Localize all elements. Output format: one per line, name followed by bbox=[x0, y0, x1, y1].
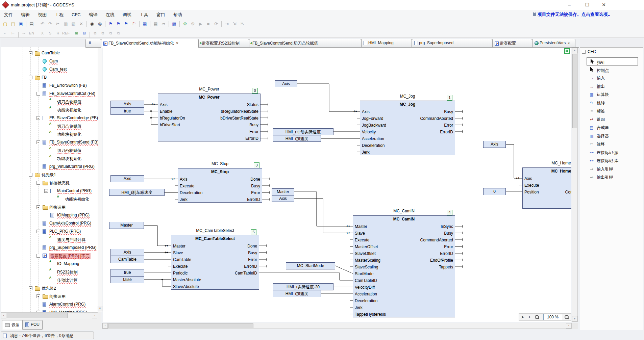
scroll-up-icon[interactable]: ∧ bbox=[572, 48, 577, 53]
edit-object-icon[interactable]: ▱ bbox=[160, 20, 167, 27]
step-out-icon[interactable]: ⇱ bbox=[239, 20, 246, 27]
scrollbar-thumb[interactable] bbox=[108, 323, 253, 328]
scroll-right-icon[interactable]: › bbox=[566, 323, 571, 329]
tree-item[interactable]: CamAxisControl (PRG) bbox=[1, 219, 98, 228]
toolbox-item-comment[interactable]: ▭注释 bbox=[587, 140, 638, 148]
tree-expander-icon[interactable]: − bbox=[29, 76, 32, 79]
menu-item-工具[interactable]: 工具 bbox=[135, 10, 152, 19]
set-icon[interactable]: S bbox=[47, 30, 54, 36]
operand-box[interactable]: Axis bbox=[110, 101, 144, 108]
tree-item[interactable]: Cam_test bbox=[1, 66, 98, 74]
tab-close-icon[interactable]: × bbox=[175, 41, 179, 46]
tree-expander-icon[interactable]: − bbox=[36, 230, 40, 233]
stop-icon[interactable]: ■ bbox=[205, 20, 212, 27]
zoom-menu-icon[interactable] bbox=[564, 314, 570, 320]
tree-item[interactable]: AlarmControl (PRG) bbox=[1, 300, 98, 309]
operand-box[interactable]: MC_StartMode bbox=[286, 262, 335, 269]
add-block-input-icon[interactable]: ⊞ bbox=[73, 30, 80, 36]
operand-box[interactable]: Master bbox=[109, 222, 144, 229]
scroll-left-icon[interactable]: ‹ bbox=[1, 313, 6, 318]
toolbox-item-return[interactable]: ↵返回 bbox=[587, 115, 638, 124]
delete-icon[interactable]: ✕ bbox=[78, 20, 85, 27]
copy-semantics-1-icon[interactable]: ⧉ bbox=[92, 30, 99, 36]
tree-item[interactable]: 传动比计算 bbox=[1, 276, 98, 284]
insert-input-icon[interactable]: ⊸ bbox=[20, 30, 27, 36]
magnifier-icon[interactable] bbox=[534, 314, 540, 320]
function-block[interactable]: MC_JogAxisBusyJogForwardCommandAbortedJo… bbox=[360, 101, 455, 155]
tree-item[interactable]: 切刀凸轮赋值 bbox=[1, 147, 98, 155]
tab-list-dropdown-icon[interactable]: ▼ bbox=[567, 42, 571, 45]
function-block[interactable]: MC_CamTableSelectMasterDoneSlaveBusyCamT… bbox=[171, 235, 259, 290]
logout-icon[interactable]: ⚙ bbox=[189, 20, 196, 27]
tree-item[interactable]: −CamTable bbox=[1, 49, 98, 57]
toolbox-group-cfc[interactable]: −CFC bbox=[582, 49, 596, 54]
operand-box[interactable]: true bbox=[110, 269, 144, 276]
copy-semantics-4-icon[interactable]: ⧉ bbox=[115, 30, 122, 36]
operand-box[interactable]: true bbox=[110, 108, 144, 115]
scroll-down-icon[interactable]: ∨ bbox=[572, 316, 577, 321]
redo-icon[interactable]: ↷ bbox=[47, 20, 54, 27]
tree-item[interactable]: −FB bbox=[1, 74, 98, 82]
operand-box[interactable]: false bbox=[110, 276, 144, 283]
copy-icon[interactable]: ▥ bbox=[62, 20, 69, 27]
toolbox-item-connection-mark-source[interactable]: ⊶连接标记-源 bbox=[587, 149, 638, 157]
tree-expander-icon[interactable]: − bbox=[36, 116, 40, 120]
operand-box[interactable]: HMI_i加速度 bbox=[273, 135, 321, 142]
tree-item[interactable]: −优先级2 bbox=[1, 284, 98, 292]
tree-expander-icon[interactable]: − bbox=[44, 189, 48, 193]
toolbox-item-output[interactable]: →输出 bbox=[587, 82, 638, 90]
tree-item[interactable]: −优先级1 bbox=[1, 171, 98, 179]
canvas-horizontal-scrollbar[interactable]: ‹ › bbox=[102, 323, 572, 329]
tree-item[interactable]: −轴控状态机 bbox=[1, 179, 98, 187]
scroll-left-icon[interactable]: ‹ bbox=[102, 323, 108, 329]
function-block[interactable]: MC_HomeAxisDoneExecuteBusyPositionComman… bbox=[522, 167, 571, 209]
toolbox-item-connection-mark-sink[interactable]: ⊷连接标记-库 bbox=[587, 157, 638, 165]
tree-item[interactable]: IO_Mapping bbox=[1, 260, 98, 268]
tree-item[interactable]: −雷赛配置 (PRG) [不完 bbox=[1, 252, 98, 260]
tree-expander-icon[interactable]: − bbox=[29, 51, 32, 55]
tree-item[interactable]: −间接调用 bbox=[1, 203, 98, 211]
find-replace-icon[interactable]: ◎ bbox=[96, 20, 103, 27]
tree-expander-icon[interactable]: − bbox=[36, 181, 40, 185]
close-button[interactable]: ✕ bbox=[596, 0, 612, 10]
reset-icon[interactable]: R bbox=[54, 30, 61, 36]
scrollbar-thumb[interactable] bbox=[572, 54, 577, 128]
remove-block-input-icon[interactable]: ⊟ bbox=[81, 30, 88, 36]
toolbox-item-operator-block[interactable]: ▦运算块 bbox=[587, 90, 638, 99]
tree-item[interactable]: 功能块初始化 bbox=[1, 155, 98, 163]
tree-expander-icon[interactable]: − bbox=[36, 140, 40, 144]
tree-expander-icon[interactable]: − bbox=[36, 92, 40, 96]
bookmark-next-icon[interactable]: ⚑ bbox=[115, 20, 122, 27]
bookmark-previous-icon[interactable]: ⚑ bbox=[123, 20, 130, 27]
tree-expander-icon[interactable]: − bbox=[36, 205, 40, 209]
tree-item[interactable]: RS232控制 bbox=[1, 268, 98, 276]
operand-box[interactable]: HMI_i加速度 bbox=[273, 290, 321, 297]
toolbox-item-composer[interactable]: ▤合成器 bbox=[587, 124, 638, 132]
insert-composer-icon[interactable]: ⊢ bbox=[9, 30, 17, 36]
tree-item[interactable]: −FB_SlaveControledge (FB) bbox=[1, 114, 98, 122]
toolbox-item-pointer-cursor[interactable]: 指针 bbox=[587, 57, 638, 66]
canvas-vertical-scrollbar[interactable]: ∧ ∨ bbox=[572, 48, 578, 322]
tree-horizontal-scrollbar[interactable]: ‹ › bbox=[1, 312, 98, 319]
panel-tab-设备[interactable]: 设备 bbox=[2, 320, 23, 330]
tree-item[interactable]: −MainControl (PRG) bbox=[1, 187, 98, 195]
editor-tab-雷赛配置.RS232控制[interactable]: 雷赛配置.RS232控制 bbox=[198, 39, 249, 48]
tree-expander-icon[interactable]: − bbox=[29, 173, 32, 177]
step-over-icon[interactable]: ⇥ bbox=[223, 20, 230, 27]
copy-semantics-2-icon[interactable]: ⧉ bbox=[99, 30, 106, 36]
build-icon[interactable]: ▩ bbox=[171, 20, 178, 27]
message-status-bar[interactable]: 消息 - 746个错误，6警告，0条消息 bbox=[1, 332, 94, 339]
editor-tab-雷赛配置[interactable]: 雷赛配置 bbox=[492, 39, 532, 48]
menu-item-在线[interactable]: 在线 bbox=[102, 10, 119, 19]
tree-item[interactable]: −PLC_PRG (PRG) bbox=[1, 228, 98, 236]
tree-item[interactable]: FB_ErrorSwitch (FB) bbox=[1, 82, 98, 90]
toolbox-item-output-pin[interactable]: ⊸输出引脚 bbox=[587, 173, 638, 181]
menu-item-编辑[interactable]: 编辑 bbox=[17, 10, 34, 19]
tree-item[interactable]: −FB_SlaveControlCut (FB) bbox=[1, 90, 98, 98]
new-file-icon[interactable]: ▢ bbox=[2, 20, 9, 27]
operand-box[interactable]: Axis bbox=[483, 141, 506, 148]
menu-item-窗口[interactable]: 窗口 bbox=[152, 10, 169, 19]
open-project-icon[interactable]: ◳ bbox=[9, 20, 17, 27]
tree-item[interactable]: IOMapping (PRG) bbox=[1, 211, 98, 219]
negate-icon[interactable]: X bbox=[39, 30, 46, 36]
